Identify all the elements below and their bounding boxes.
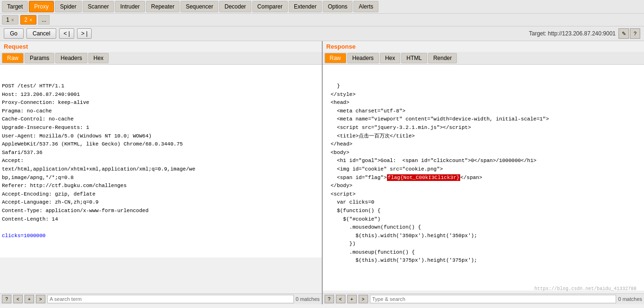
tab-bar: 1 × 2 × ... <box>0 14 644 26</box>
help-button[interactable]: ? <box>630 28 640 39</box>
nav-tab-alerts[interactable]: Alerts <box>353 1 378 12</box>
nav-tab-proxy[interactable]: Proxy <box>29 1 54 12</box>
response-add-btn[interactable]: + <box>347 295 357 303</box>
nav-tab-repeater[interactable]: Repeater <box>146 1 180 12</box>
response-next-btn[interactable]: > <box>359 295 368 303</box>
request-tab-raw[interactable]: Raw <box>2 53 24 63</box>
tab-2-close[interactable]: × <box>29 17 32 23</box>
response-panel: Response Raw Headers Hex HTML Render } <… <box>323 41 644 304</box>
top-nav: Target Proxy Spider Scanner Intruder Rep… <box>0 0 644 14</box>
request-prev-btn[interactable]: < <box>13 295 23 303</box>
request-tab-headers[interactable]: Headers <box>55 53 87 63</box>
forward-button[interactable]: > | <box>77 28 92 39</box>
request-header: Request <box>0 41 322 52</box>
nav-tab-comparer[interactable]: Comparer <box>252 1 288 12</box>
target-icons: ✎ ? <box>618 28 640 39</box>
edit-target-button[interactable]: ✎ <box>618 28 629 39</box>
response-footer: ? < + > 0 matches <box>323 293 644 304</box>
tab-2-label: 2 <box>25 17 28 23</box>
response-tab-hex[interactable]: Hex <box>380 53 400 63</box>
request-tab-hex[interactable]: Hex <box>88 53 109 63</box>
response-body: } </style> <head> <meta charset="utf-8">… <box>325 82 637 265</box>
response-tabs: Raw Headers Hex HTML Render <box>323 52 644 65</box>
tab-1[interactable]: 1 × <box>2 15 18 25</box>
go-button[interactable]: Go <box>4 28 24 39</box>
tab-2[interactable]: 2 × <box>20 15 37 25</box>
response-help-btn[interactable]: ? <box>325 295 334 303</box>
response-content[interactable]: } </style> <head> <meta charset="utf-8">… <box>323 65 644 291</box>
response-tab-headers[interactable]: Headers <box>347 53 379 63</box>
response-tab-render[interactable]: Render <box>428 53 457 63</box>
response-matches: 0 matches <box>618 296 642 302</box>
target-info: Target: http://123.206.87.240:9001 <box>529 30 616 37</box>
request-panel: Request Raw Params Headers Hex POST /tes… <box>0 41 323 304</box>
request-tab-params[interactable]: Params <box>25 53 54 63</box>
request-next-btn[interactable]: > <box>36 295 45 303</box>
response-header: Response <box>323 41 644 52</box>
cancel-button[interactable]: Cancel <box>26 28 56 39</box>
response-search-input[interactable] <box>370 295 617 303</box>
request-add-btn[interactable]: + <box>25 295 34 303</box>
tab-more[interactable]: ... <box>38 15 50 25</box>
nav-tab-target[interactable]: Target <box>2 1 28 12</box>
nav-tab-spider[interactable]: Spider <box>55 1 82 12</box>
response-tab-raw[interactable]: Raw <box>325 53 346 63</box>
request-footer: ? < + > 0 matches <box>0 293 322 304</box>
nav-tab-intruder[interactable]: Intruder <box>115 1 145 12</box>
request-content[interactable]: POST /test/ HTTP/1.1 Host: 123.206.87.24… <box>0 65 322 257</box>
flag-text: flag{Not_C00kI3Cl1ck3r} <box>387 174 461 181</box>
request-help-btn[interactable]: ? <box>2 295 11 303</box>
request-tabs: Raw Params Headers Hex <box>0 52 322 65</box>
request-matches: 0 matches <box>296 296 320 302</box>
request-content-wrapper: POST /test/ HTTP/1.1 Host: 123.206.87.24… <box>0 65 322 293</box>
response-prev-btn[interactable]: < <box>336 295 345 303</box>
nav-tab-extender[interactable]: Extender <box>289 1 322 12</box>
request-body: POST /test/ HTTP/1.1 Host: 123.206.87.24… <box>2 82 314 240</box>
nav-tab-decoder[interactable]: Decoder <box>219 1 251 12</box>
response-tab-html[interactable]: HTML <box>401 53 427 63</box>
bottom-url: https://blog.csdn.net/baidu_41332788 <box>534 285 636 291</box>
nav-tab-sequencer[interactable]: Sequencer <box>180 1 218 12</box>
main-content: Request Raw Params Headers Hex POST /tes… <box>0 41 644 304</box>
nav-tab-options[interactable]: Options <box>323 1 352 12</box>
back-button[interactable]: < | <box>59 28 74 39</box>
toolbar: Go Cancel < | > | Target: http://123.206… <box>0 26 644 41</box>
request-search-input[interactable] <box>47 295 294 303</box>
tab-1-label: 1 <box>6 17 9 23</box>
nav-tab-scanner[interactable]: Scanner <box>83 1 114 12</box>
tab-1-close: × <box>11 17 14 23</box>
response-content-wrapper: } </style> <head> <meta charset="utf-8">… <box>323 65 644 293</box>
